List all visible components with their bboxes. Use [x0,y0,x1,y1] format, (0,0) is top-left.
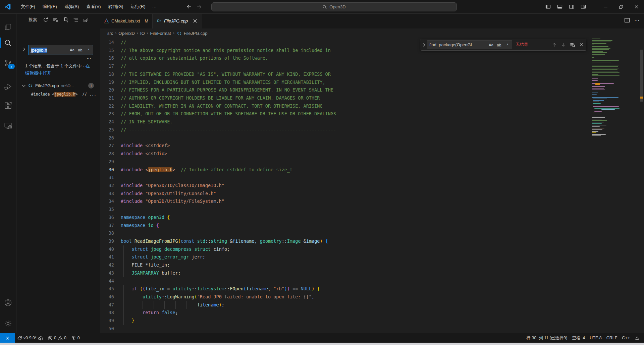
search-input[interactable]: jpeglib.h Aa ab .* [28,45,93,55]
breadcrumb-file[interactable]: FileJPG.cpp [184,31,208,36]
notifications-button[interactable] [632,333,642,343]
find-in-selection-icon[interactable] [570,42,575,47]
code-line[interactable]: 26 [100,134,639,142]
code-line[interactable]: 25// -----------------------------------… [100,126,639,134]
tab-cmakelists[interactable]: CMakeLists.txt M [100,13,153,28]
accounts-button[interactable] [0,296,16,309]
close-tab-icon[interactable] [192,18,198,24]
regex-toggle[interactable]: .* [504,42,511,48]
customize-layout-icon[interactable] [581,4,586,9]
menu-view[interactable]: 查看(V) [83,2,104,11]
activity-extensions[interactable] [0,99,16,112]
back-arrow-icon[interactable] [186,4,192,9]
code-line[interactable]: 29 [100,158,639,166]
code-line[interactable]: 28#include <cstdio> [100,150,639,158]
activity-source-control[interactable]: 4 [0,56,16,70]
remote-indicator[interactable] [0,333,15,343]
more-actions-icon[interactable]: ⋯ [634,17,639,23]
code-line[interactable]: 22// LIABILITY, WHETHER IN AN ACTION OF … [100,102,639,110]
menu-edit[interactable]: 编辑(E) [39,2,61,11]
activity-run-debug[interactable] [0,80,16,93]
search-match-row[interactable]: #include <jpeglib.h> // ... [16,91,100,98]
restore-icon[interactable] [619,4,624,9]
code-line[interactable]: 42 FILE *file_in; [100,261,639,269]
previous-match-icon[interactable] [552,42,557,47]
code-lines[interactable]: 14//15// The above copyright notice and … [100,39,639,333]
vertical-scrollbar[interactable] [639,39,644,333]
match-case-toggle[interactable]: Aa [69,47,75,53]
code-line[interactable]: 50 [100,325,639,333]
regex-toggle[interactable]: .* [85,47,92,53]
code-line[interactable]: 41 struct jpeg_error_mgr jerr; [100,253,639,261]
minimap[interactable] [589,39,639,333]
code-line[interactable]: 23// FROM, OUT OF OR IN CONNECTION WITH … [100,110,639,118]
code-line[interactable]: 47 filename); [100,301,639,309]
command-center-search[interactable]: Open3D [211,2,457,11]
minimize-icon[interactable] [603,4,608,9]
code-line[interactable]: 34#include "Open3D/Utility/FileSystem.h" [100,197,639,206]
code-line[interactable]: 43 JSAMPARRAY buffer; [100,269,639,277]
code-line[interactable]: 44 [100,277,639,285]
menu-go[interactable]: 转到(G) [105,2,127,11]
cursor-position-status[interactable]: 行 30, 列 11 (已选择9) [524,333,570,343]
collapse-all-icon[interactable] [83,17,89,22]
toggle-search-details-button[interactable]: ⋯ [87,56,92,61]
split-editor-icon[interactable] [624,17,630,23]
activity-search[interactable] [0,36,16,50]
indentation-status[interactable]: 空格: 4 [570,333,587,343]
match-case-toggle[interactable]: Aa [488,42,494,48]
menu-selection[interactable]: 选择(S) [61,2,83,11]
code-line[interactable]: 16// all copies or substantial portions … [100,54,639,62]
activity-remote-explorer[interactable] [0,119,16,132]
code-line[interactable]: 32#include "Open3D/IO/ClassIO/ImageIO.h" [100,182,639,190]
breadcrumb-item[interactable]: IO [140,31,145,36]
code-line[interactable]: 48 return false; [100,309,639,317]
whole-word-toggle[interactable]: ab [77,47,84,53]
language-mode-status[interactable]: C++ [620,333,632,343]
code-line[interactable]: 36namespace open3d { [100,214,639,222]
scrollbar-thumb[interactable] [640,50,643,102]
code-line[interactable]: 40 struct jpeg_decompress_struct cinfo; [100,245,639,253]
menu-more-button[interactable]: ⋯ [149,3,159,11]
breadcrumb-item[interactable]: Open3D [118,31,135,36]
code-line[interactable]: 18// THE SOFTWARE IS PROVIDED "AS IS", W… [100,70,639,78]
code-line[interactable]: 38 [100,229,639,237]
code-line[interactable]: 19// IMPLIED, INCLUDING BUT NOT LIMITED … [100,78,639,87]
code-line[interactable]: 31 [100,174,639,182]
code-line[interactable]: 33#include "Open3D/Utility/Console.h" [100,190,639,198]
toggle-sidebar-icon[interactable] [545,4,551,9]
code-line[interactable]: 20// FITNESS FOR A PARTICULAR PURPOSE AN… [100,86,639,94]
activity-explorer[interactable] [0,20,16,34]
code-line[interactable]: 46 utility::LogWarning("Read JPG failed:… [100,293,639,301]
encoding-status[interactable]: UTF-8 [587,333,604,343]
forward-arrow-icon[interactable] [197,4,202,9]
toggle-panel-icon[interactable] [557,4,562,9]
code-line[interactable]: 30#include <jpeglib.h> // Include after … [100,166,639,174]
close-window-icon[interactable] [634,4,639,9]
toggle-replace-chevron-icon[interactable] [422,43,426,47]
new-search-editor-icon[interactable] [63,17,68,22]
view-as-tree-icon[interactable] [73,17,78,22]
code-line[interactable]: 49 } [100,317,639,325]
next-match-icon[interactable] [561,42,566,47]
refresh-icon[interactable] [43,17,48,22]
clear-search-results-icon[interactable] [53,17,58,22]
code-line[interactable]: 21// AUTHORS OR COPYRIGHT HOLDERS BE LIA… [100,94,639,102]
close-find-widget-icon[interactable] [579,42,584,47]
breadcrumb-item[interactable]: FileFormat [150,31,171,36]
code-line[interactable]: 27#include <cstddef> [100,142,639,150]
code-line[interactable]: 37namespace io { [100,222,639,230]
tab-filejpg[interactable]: C FileJPG.cpp [153,13,202,28]
eol-status[interactable]: CRLF [604,333,620,343]
problems-status[interactable]: 0 0 [45,333,69,343]
settings-button[interactable] [0,317,16,330]
code-line[interactable]: 17// [100,62,639,70]
extension-version-status[interactable]: v0.9.0* [15,333,45,343]
code-line[interactable]: 24// IN THE SOFTWARE. [100,118,639,126]
menu-run[interactable]: 运行(R) [127,2,149,11]
toggle-replace-chevron-icon[interactable] [22,47,26,52]
toggle-secondary-sidebar-icon[interactable] [569,4,574,9]
menu-file[interactable]: 文件(F) [17,2,39,11]
whole-word-toggle[interactable]: ab [496,42,502,48]
search-result-file-row[interactable]: C FileJPG.cpp src\O... 1 [16,82,100,90]
